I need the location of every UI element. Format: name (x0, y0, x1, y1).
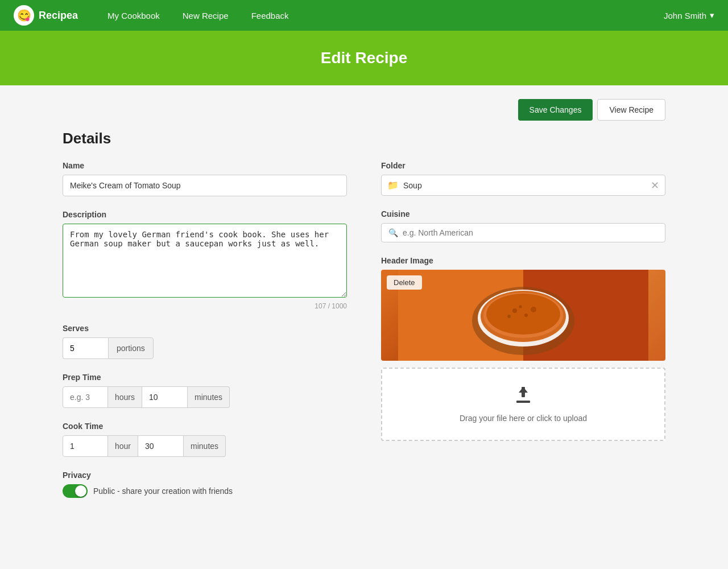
privacy-toggle-row: Public - share your creation with friend… (63, 484, 347, 498)
save-changes-button[interactable]: Save Changes (518, 99, 593, 121)
serves-label: Serves (63, 324, 347, 333)
prep-time-group: Prep Time hours minutes (63, 373, 347, 408)
serves-input[interactable] (63, 337, 108, 359)
header-image-label: Header Image (381, 256, 665, 265)
cook-time-group: Cook Time hour minutes (63, 422, 347, 457)
chevron-down-icon: ▾ (710, 10, 714, 20)
folder-value: Soup (403, 181, 646, 190)
name-label: Name (63, 161, 347, 170)
privacy-toggle[interactable] (63, 484, 88, 498)
svg-point-9 (524, 314, 528, 317)
logo-text: Recipea (39, 10, 78, 22)
privacy-group: Privacy Public - share your creation wit… (63, 471, 347, 498)
folder-clear-button[interactable]: ✕ (651, 180, 659, 191)
prep-time-label: Prep Time (63, 373, 347, 382)
logo-link[interactable]: 😋 Recipea (14, 5, 78, 26)
svg-point-7 (486, 294, 560, 335)
privacy-label: Privacy (63, 471, 347, 480)
nav-link-new-recipe[interactable]: New Recipe (171, 0, 240, 31)
name-input[interactable] (63, 175, 347, 196)
serves-input-wrap: portions (63, 337, 347, 359)
header-image (381, 270, 665, 361)
prep-hours-unit: hours (108, 386, 142, 408)
char-count: 107 / 1000 (63, 302, 347, 310)
cuisine-group: Cuisine 🔍 (381, 209, 665, 242)
svg-point-11 (507, 315, 511, 318)
toggle-thumb (75, 485, 86, 497)
svg-point-12 (519, 306, 522, 308)
cuisine-search-wrap: 🔍 (381, 223, 665, 242)
hero-banner: Edit Recipe (0, 31, 728, 85)
prep-mins-unit: minutes (188, 386, 230, 408)
upload-area[interactable]: Drag your file here or click to upload (381, 368, 665, 441)
folder-icon: 📁 (387, 180, 399, 191)
svg-rect-15 (516, 401, 530, 403)
svg-point-10 (531, 307, 536, 312)
svg-marker-14 (519, 387, 528, 393)
nav-link-my-cookbook[interactable]: My Cookbook (96, 0, 171, 31)
folder-group: Folder 📁 Soup ✕ (381, 161, 665, 196)
folder-label: Folder (381, 161, 665, 170)
prep-hours-input[interactable] (63, 386, 108, 408)
details-heading: Details (63, 130, 665, 147)
cook-time-label: Cook Time (63, 422, 347, 431)
header-image-group: Header Image (381, 256, 665, 441)
description-group: Description From my lovely German friend… (63, 210, 347, 310)
form-layout: Name Description From my lovely German f… (63, 161, 665, 512)
description-label: Description (63, 210, 347, 219)
search-icon: 🔍 (388, 228, 398, 237)
upload-text: Drag your file here or click to upload (394, 414, 653, 423)
cook-hours-input[interactable] (63, 435, 108, 457)
logo-emoji: 😋 (17, 9, 31, 22)
privacy-text: Public - share your creation with friend… (93, 486, 233, 496)
cuisine-label: Cuisine (381, 209, 665, 218)
folder-input-wrap[interactable]: 📁 Soup ✕ (381, 175, 665, 196)
name-group: Name (63, 161, 347, 196)
navbar: 😋 Recipea My Cookbook New Recipe Feedbac… (0, 0, 728, 31)
soup-image-svg (398, 270, 648, 361)
prep-time-fields: hours minutes (63, 386, 347, 408)
cook-hours-unit: hour (108, 435, 138, 457)
form-right-column: Folder 📁 Soup ✕ Cuisine 🔍 Header Image (381, 161, 665, 512)
prep-mins-input[interactable] (142, 386, 188, 408)
main-content: Save Changes View Recipe Details Name De… (40, 85, 688, 546)
upload-icon (394, 386, 653, 408)
logo-icon: 😋 (14, 5, 34, 26)
serves-unit-label: portions (108, 337, 154, 359)
nav-links: My Cookbook New Recipe Feedback (96, 0, 664, 31)
cook-mins-input[interactable] (138, 435, 184, 457)
page-title: Edit Recipe (0, 49, 728, 67)
view-recipe-button[interactable]: View Recipe (597, 99, 665, 121)
user-name: John Smith (664, 11, 706, 20)
svg-point-8 (512, 308, 517, 313)
cook-mins-unit: minutes (184, 435, 226, 457)
action-bar: Save Changes View Recipe (63, 99, 665, 121)
cuisine-input[interactable] (403, 228, 658, 237)
header-image-container: Delete (381, 270, 665, 361)
cook-time-fields: hour minutes (63, 435, 347, 457)
description-textarea[interactable]: From my lovely German friend's cook book… (63, 224, 347, 298)
serves-group: Serves portions (63, 324, 347, 359)
delete-image-button[interactable]: Delete (387, 275, 422, 290)
form-left-column: Name Description From my lovely German f… (63, 161, 347, 512)
nav-link-feedback[interactable]: Feedback (240, 0, 300, 31)
user-menu[interactable]: John Smith ▾ (664, 10, 714, 20)
